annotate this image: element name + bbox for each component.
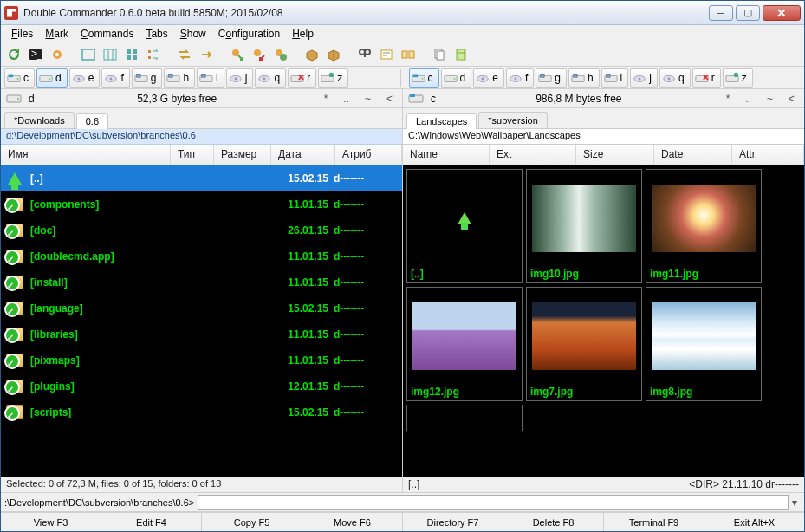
file-row[interactable]: [plugins]12.01.15d------- <box>1 373 402 399</box>
sync-dirs-icon[interactable] <box>399 45 418 64</box>
maximize-button[interactable]: ▢ <box>736 5 760 21</box>
drive-button-e[interactable]: e <box>69 68 101 88</box>
fkey-button[interactable]: Terminal F9 <box>604 513 704 531</box>
file-row[interactable]: [scripts]15.02.15d------- <box>1 399 402 425</box>
drive-button-c[interactable]: c <box>409 68 439 88</box>
pack-icon[interactable] <box>302 45 321 64</box>
nav-back[interactable]: < <box>382 93 397 105</box>
drive-button-q[interactable]: q <box>255 68 286 88</box>
file-row[interactable]: [pixmaps]11.01.15d------- <box>1 347 402 373</box>
right-path[interactable]: C:\Windows\Web\Wallpaper\Landscapes <box>403 129 804 145</box>
col-date[interactable]: Дата <box>271 145 335 165</box>
drive-button-j[interactable]: j <box>226 68 254 88</box>
nav-up[interactable]: .. <box>741 93 756 105</box>
menu-show[interactable]: Show <box>175 26 211 42</box>
unpack-icon[interactable] <box>324 45 343 64</box>
file-row[interactable]: [language]15.02.15d------- <box>1 295 402 321</box>
tab[interactable]: *subversion <box>478 112 547 128</box>
drive-button-q[interactable]: q <box>659 68 691 88</box>
menu-commands[interactable]: Commands <box>75 26 139 42</box>
left-path[interactable]: d:\Development\DC\subversion\branches\0.… <box>1 129 402 145</box>
thumbnail[interactable]: img10.jpg <box>526 169 642 283</box>
swap-panels-icon[interactable] <box>175 45 194 64</box>
file-row[interactable]: [..]15.02.15d------- <box>1 165 402 191</box>
drive-button-r[interactable]: r <box>288 68 316 88</box>
fkey-button[interactable]: Move F6 <box>302 513 403 531</box>
fkey-button[interactable]: Directory F7 <box>403 513 503 531</box>
calc-space-icon[interactable] <box>451 45 471 64</box>
terminal-icon[interactable]: >_ <box>26 45 45 64</box>
drive-button-c[interactable]: c <box>4 68 35 88</box>
drive-button-z[interactable]: z <box>318 68 348 88</box>
drive-button-d[interactable]: d <box>36 68 68 88</box>
target-equal-source-icon[interactable] <box>197 45 216 64</box>
nav-home[interactable]: ~ <box>763 93 777 105</box>
menu-tabs[interactable]: Tabs <box>140 26 172 42</box>
file-row[interactable]: [doc]26.01.15d------- <box>1 217 402 243</box>
thumbnail[interactable]: img12.jpg <box>406 287 523 401</box>
cmdline-input[interactable] <box>198 495 789 510</box>
menu-mark[interactable]: Mark <box>40 26 74 42</box>
fkey-button[interactable]: Copy F5 <box>202 513 302 531</box>
fkey-button[interactable]: Edit F4 <box>101 513 202 531</box>
right-thumb-view[interactable]: [..]img10.jpgimg11.jpgimg12.jpgimg7.jpgi… <box>403 165 804 477</box>
view-columns-icon[interactable] <box>101 45 120 64</box>
thumbnail[interactable]: [..] <box>406 169 523 283</box>
drive-button-d[interactable]: d <box>441 68 472 88</box>
col-name[interactable]: Name <box>403 145 490 165</box>
invert-selection-icon[interactable] <box>271 45 290 64</box>
file-row[interactable]: [install]11.01.15d------- <box>1 269 402 295</box>
fkey-button[interactable]: Exit Alt+X <box>704 513 804 531</box>
thumbnail[interactable]: img11.jpg <box>646 169 762 283</box>
tab[interactable]: Landscapes <box>406 113 477 129</box>
fkey-button[interactable]: View F3 <box>1 513 101 531</box>
view-flat-icon[interactable] <box>144 45 163 64</box>
minimize-button[interactable]: ─ <box>709 5 733 21</box>
col-size[interactable]: Размер <box>214 145 271 165</box>
menu-help[interactable]: Help <box>287 26 319 42</box>
select-all-icon[interactable] <box>228 45 247 64</box>
thumbnail[interactable]: img8.jpg <box>646 287 762 401</box>
refresh-icon[interactable] <box>4 45 23 64</box>
drive-button-e[interactable]: e <box>473 68 504 88</box>
drive-button-g[interactable]: g <box>132 68 163 88</box>
menu-configuration[interactable]: Configuration <box>213 26 285 42</box>
drive-button-j[interactable]: j <box>630 68 658 88</box>
view-brief-icon[interactable] <box>79 45 98 64</box>
col-name[interactable]: Имя <box>1 145 171 165</box>
copy-name-icon[interactable] <box>430 45 449 64</box>
tab[interactable]: 0.6 <box>76 113 108 129</box>
settings-icon[interactable] <box>48 45 67 64</box>
fkey-button[interactable]: Delete F8 <box>503 513 604 531</box>
col-attr[interactable]: Атриб <box>335 145 402 165</box>
nav-home[interactable]: ~ <box>360 93 375 105</box>
file-row[interactable]: [doublecmd.app]11.01.15d------- <box>1 243 402 269</box>
drive-button-i[interactable]: i <box>197 68 224 88</box>
tab[interactable]: *Downloads <box>4 112 75 128</box>
drive-button-f[interactable]: f <box>101 68 129 88</box>
multi-rename-icon[interactable] <box>377 45 396 64</box>
col-size[interactable]: Size <box>576 145 654 165</box>
nav-up[interactable]: .. <box>339 93 354 105</box>
col-attr[interactable]: Attr <box>732 145 804 165</box>
unselect-all-icon[interactable] <box>250 45 269 64</box>
drive-button-g[interactable]: g <box>536 68 567 88</box>
view-thumbs-icon[interactable] <box>122 45 141 64</box>
cmdline-dropdown-icon[interactable]: ▾ <box>789 496 801 509</box>
file-row[interactable]: [components]11.01.15d------- <box>1 191 402 217</box>
file-row[interactable]: [libraries]11.01.15d------- <box>1 321 402 347</box>
menu-files[interactable]: Files <box>6 26 38 42</box>
search-icon[interactable] <box>355 45 374 64</box>
drive-button-f[interactable]: f <box>506 68 534 88</box>
col-type[interactable]: Тип <box>171 145 214 165</box>
drive-button-z[interactable]: z <box>723 68 753 88</box>
drive-button-h[interactable]: h <box>568 68 600 88</box>
drive-button-i[interactable]: i <box>601 68 629 88</box>
thumbnail[interactable]: img7.jpg <box>526 287 642 401</box>
nav-root[interactable]: * <box>722 93 735 105</box>
col-date[interactable]: Date <box>654 145 732 165</box>
drive-button-h[interactable]: h <box>164 68 195 88</box>
titlebar[interactable]: Double Commander 0.6.0 beta build 5850M;… <box>1 1 804 25</box>
drive-button-r[interactable]: r <box>692 68 721 88</box>
nav-root[interactable]: * <box>320 93 333 105</box>
